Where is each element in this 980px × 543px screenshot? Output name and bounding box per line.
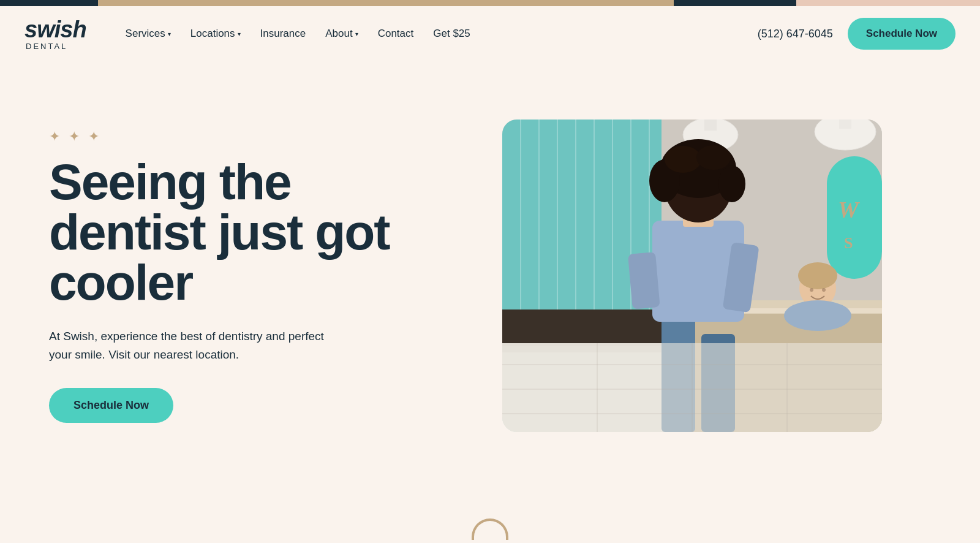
nav-item-locations: Locations ▾ — [182, 23, 249, 45]
top-bar-peach — [796, 0, 980, 6]
nav-item-services: Services ▾ — [117, 23, 179, 45]
svg-point-27 — [798, 262, 837, 289]
hero-subtext: At Swish, experience the best of dentist… — [49, 327, 337, 363]
schedule-now-button-hero[interactable]: Schedule Now — [49, 388, 173, 423]
nav-right: (512) 647-6045 Schedule Now — [758, 18, 956, 50]
nav-item-contact: Contact — [369, 23, 423, 45]
nav-locations-label: Locations — [190, 28, 235, 40]
svg-point-40 — [718, 165, 745, 202]
svg-point-29 — [822, 288, 826, 292]
chevron-down-icon: ▾ — [238, 31, 241, 37]
svg-rect-12 — [502, 309, 662, 343]
nav-referral-label: Get $25 — [433, 28, 470, 40]
nav-services-label: Services — [126, 28, 165, 40]
schedule-now-button-nav[interactable]: Schedule Now — [848, 18, 956, 50]
arch-icon — [472, 518, 508, 540]
bottom-logo-icon — [469, 515, 511, 543]
nav-item-referral: Get $25 — [424, 23, 479, 45]
nav-insurance-label: Insurance — [260, 28, 306, 40]
main-nav: swish DENTAL Services ▾ Locations ▾ Insu… — [0, 6, 980, 61]
nav-link-locations[interactable]: Locations ▾ — [182, 23, 249, 45]
hero-image: W S — [502, 120, 882, 432]
hero-right: W S — [453, 120, 931, 432]
bottom-section — [0, 503, 980, 543]
nav-link-about[interactable]: About ▾ — [317, 23, 366, 45]
nav-links: Services ▾ Locations ▾ Insurance About ▾ — [117, 23, 479, 45]
logo-link[interactable]: swish DENTAL — [24, 18, 86, 50]
top-bar-dark-left — [0, 0, 98, 6]
phone-number[interactable]: (512) 647-6045 — [758, 28, 833, 40]
svg-rect-17 — [704, 120, 717, 131]
star-decorations: ✦ ✦ ✦ — [49, 129, 404, 145]
nav-link-contact[interactable]: Contact — [369, 23, 423, 45]
svg-point-42 — [696, 145, 731, 170]
nav-item-about: About ▾ — [317, 23, 366, 45]
nav-about-label: About — [325, 28, 352, 40]
hero-heading: Seeing the dentist just got cooler — [49, 157, 404, 308]
top-bar-tan — [98, 0, 674, 6]
nav-left: swish DENTAL Services ▾ Locations ▾ Insu… — [24, 18, 479, 50]
logo-swish: swish — [24, 18, 86, 41]
star-icon-3: ✦ — [88, 129, 99, 145]
svg-rect-19 — [839, 120, 851, 129]
svg-text:S: S — [844, 234, 853, 252]
chevron-down-icon: ▾ — [168, 31, 171, 37]
svg-point-41 — [665, 146, 701, 173]
chevron-down-icon: ▾ — [355, 31, 358, 37]
svg-rect-35 — [628, 252, 660, 309]
top-color-bar — [0, 0, 980, 6]
nav-link-referral[interactable]: Get $25 — [424, 23, 479, 45]
hero-section: ✦ ✦ ✦ Seeing the dentist just got cooler… — [0, 61, 980, 503]
star-icon-1: ✦ — [49, 129, 60, 145]
star-icon-2: ✦ — [69, 129, 80, 145]
nav-contact-label: Contact — [378, 28, 414, 40]
svg-point-28 — [810, 288, 813, 292]
nav-item-insurance: Insurance — [252, 23, 315, 45]
nav-link-insurance[interactable]: Insurance — [252, 23, 315, 45]
top-bar-dark-right — [674, 0, 796, 6]
svg-point-30 — [784, 300, 851, 331]
logo-dental: DENTAL — [24, 42, 86, 50]
hero-left: ✦ ✦ ✦ Seeing the dentist just got cooler… — [49, 129, 404, 423]
nav-link-services[interactable]: Services ▾ — [117, 23, 179, 45]
office-illustration: W S — [502, 120, 882, 432]
svg-text:W: W — [838, 197, 861, 222]
